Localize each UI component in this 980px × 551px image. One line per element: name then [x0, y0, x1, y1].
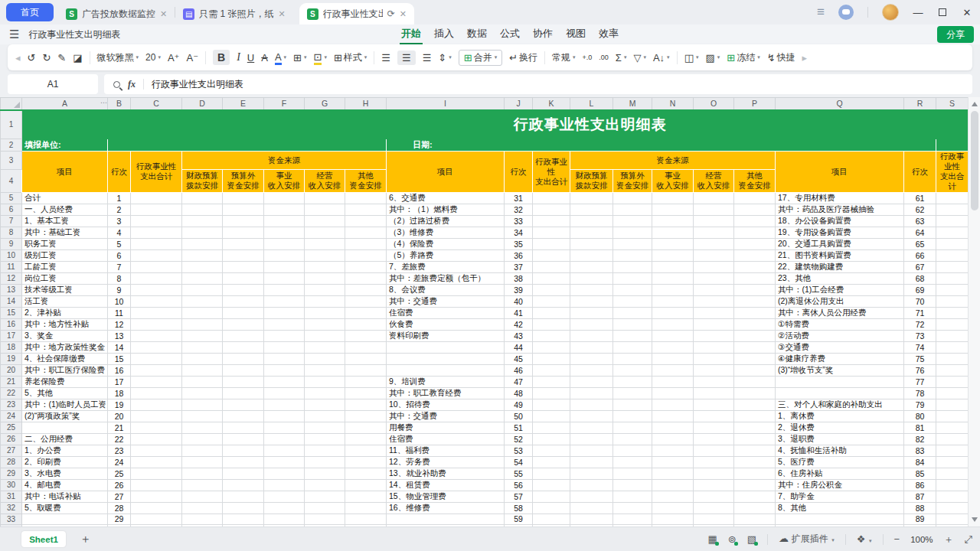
cell[interactable]: 20、交通工具购置费: [776, 238, 904, 249]
header-source-sub[interactable]: 事业 收入安排: [652, 169, 694, 192]
cell[interactable]: 74: [904, 341, 936, 353]
cell[interactable]: 8: [108, 272, 131, 284]
cell[interactable]: [305, 445, 345, 456]
italic-icon[interactable]: I: [237, 51, 240, 64]
cell[interactable]: [264, 330, 305, 341]
cell[interactable]: [533, 330, 570, 341]
cell[interactable]: [734, 307, 776, 318]
cell[interactable]: [936, 445, 969, 456]
web-view-icon[interactable]: ⊚: [728, 533, 737, 545]
strikethrough-icon[interactable]: A: [261, 52, 268, 64]
cell[interactable]: [131, 307, 182, 318]
cell[interactable]: 33: [505, 215, 533, 227]
cell[interactable]: [694, 376, 734, 387]
cell[interactable]: [613, 491, 652, 502]
cell[interactable]: [652, 410, 694, 422]
cell[interactable]: [223, 456, 264, 468]
cell[interactable]: 32: [505, 204, 533, 215]
cell[interactable]: [533, 341, 570, 353]
column-header-I[interactable]: I: [387, 98, 505, 110]
header-source[interactable]: 资金来源: [570, 152, 776, 170]
cell[interactable]: [694, 330, 734, 341]
more-tools-icon[interactable]: ▸: [802, 52, 808, 64]
row-header[interactable]: 21: [1, 376, 22, 387]
cell[interactable]: [936, 238, 969, 249]
cell[interactable]: [694, 341, 734, 353]
cell[interactable]: [131, 491, 182, 502]
cell[interactable]: 75: [904, 353, 936, 364]
cell[interactable]: [533, 468, 570, 479]
cell[interactable]: 53: [505, 445, 533, 456]
header-line[interactable]: 行次: [505, 152, 533, 193]
cell[interactable]: [345, 318, 387, 330]
cell[interactable]: 8、其他: [776, 502, 904, 514]
cell[interactable]: [652, 502, 694, 514]
cell[interactable]: [533, 238, 570, 249]
cell[interactable]: 46: [505, 364, 533, 376]
cell[interactable]: [345, 364, 387, 376]
formula-value[interactable]: 行政事业性支出明细表: [152, 78, 243, 91]
cell[interactable]: 23: [108, 445, 131, 456]
cell[interactable]: [570, 422, 613, 433]
cell[interactable]: 65: [904, 238, 936, 249]
cell[interactable]: [182, 307, 223, 318]
row-header[interactable]: 1: [1, 110, 22, 139]
cell[interactable]: [305, 215, 345, 227]
cell[interactable]: [694, 410, 734, 422]
cell[interactable]: [223, 249, 264, 261]
cell[interactable]: [223, 341, 264, 353]
cell[interactable]: 57: [505, 491, 533, 502]
cell[interactable]: [264, 514, 305, 525]
row-header[interactable]: 25: [1, 422, 22, 433]
cell[interactable]: [387, 514, 505, 525]
cell[interactable]: [694, 433, 734, 445]
cell[interactable]: 49: [505, 399, 533, 410]
cell[interactable]: [345, 376, 387, 387]
cell[interactable]: 其中：住房公积金: [776, 479, 904, 491]
cell[interactable]: [936, 284, 969, 295]
row-header[interactable]: 7: [1, 215, 22, 227]
row-header[interactable]: 23: [1, 399, 22, 410]
row-header[interactable]: 13: [1, 284, 22, 295]
cell[interactable]: [223, 295, 264, 307]
header-source-sub[interactable]: 预算外 资金安排: [613, 169, 652, 192]
cell[interactable]: [305, 307, 345, 318]
cell[interactable]: ③交通费: [776, 341, 904, 353]
column-header-H[interactable]: H: [345, 98, 387, 110]
cell[interactable]: 13: [108, 330, 131, 341]
header-project[interactable]: 项目: [776, 152, 904, 193]
cell[interactable]: [936, 456, 969, 468]
cell[interactable]: [652, 238, 694, 249]
cell[interactable]: 其中：(1)临时人员工资: [22, 399, 108, 410]
cell[interactable]: 1、离休费: [776, 410, 904, 422]
cell[interactable]: 10: [108, 295, 131, 307]
autosum-icon[interactable]: Σ▾: [616, 52, 627, 64]
cell[interactable]: [936, 227, 969, 238]
cell[interactable]: 25: [108, 468, 131, 479]
cell[interactable]: [533, 445, 570, 456]
cell[interactable]: [734, 479, 776, 491]
cell[interactable]: [570, 261, 613, 272]
cell[interactable]: 21、图书资料购置费: [776, 249, 904, 261]
cell[interactable]: 37: [505, 261, 533, 272]
cell[interactable]: [131, 456, 182, 468]
row-header[interactable]: 17: [1, 330, 22, 341]
cell[interactable]: [182, 215, 223, 227]
image-icon[interactable]: ▨▾: [705, 52, 720, 64]
cell[interactable]: [652, 445, 694, 456]
cell[interactable]: [734, 318, 776, 330]
cell[interactable]: 73: [904, 330, 936, 341]
cell[interactable]: [652, 364, 694, 376]
cell[interactable]: 级别工资: [22, 249, 108, 261]
cell[interactable]: 21: [108, 422, 131, 433]
cell[interactable]: [613, 261, 652, 272]
wrap-text-button[interactable]: ↵换行: [509, 51, 537, 64]
cell[interactable]: [223, 192, 264, 204]
freeze-panes-button[interactable]: ⊞冻结▾: [727, 51, 760, 64]
row-header[interactable]: 10: [1, 249, 22, 261]
cell[interactable]: 6、住房补贴: [776, 468, 904, 479]
cell[interactable]: [936, 330, 969, 341]
cell[interactable]: [264, 433, 305, 445]
sheet-view-icon[interactable]: ▦: [708, 533, 717, 545]
cell[interactable]: [305, 192, 345, 204]
